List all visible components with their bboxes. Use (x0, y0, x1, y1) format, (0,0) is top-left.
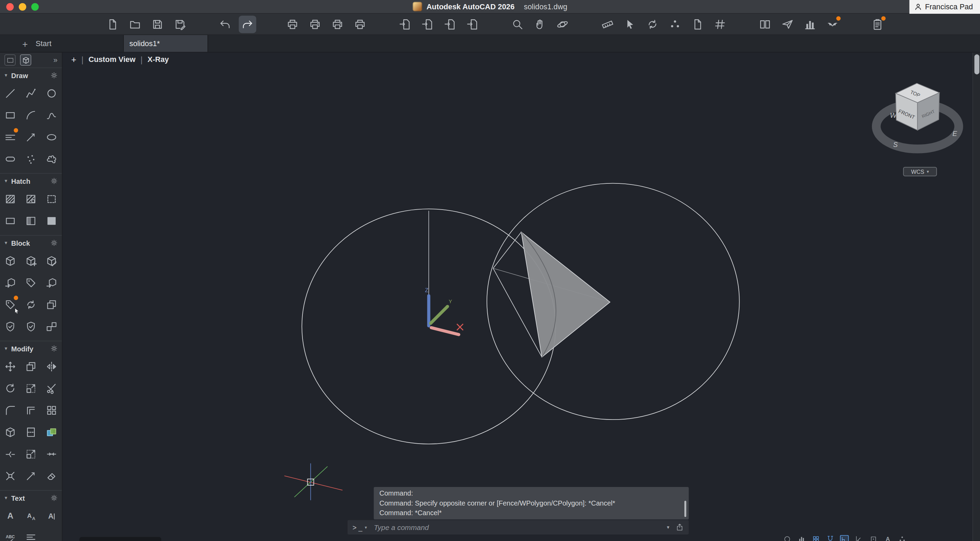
array-button[interactable] (41, 399, 62, 422)
spline-button[interactable] (41, 104, 62, 126)
zoom-button[interactable] (31, 3, 39, 10)
share-icon[interactable] (676, 523, 684, 531)
write-block-button[interactable] (41, 272, 62, 294)
tab-solidos1[interactable]: solidos1* (123, 35, 208, 52)
palette-section-header[interactable]: ▼Text (0, 490, 62, 505)
view-control-button[interactable]: Custom View (88, 55, 135, 64)
palette-section-header[interactable]: ▼Hatch (0, 173, 62, 188)
trim-button[interactable] (41, 377, 62, 399)
move-button[interactable] (0, 355, 21, 377)
tab-start[interactable]: Start (36, 35, 52, 53)
orbit-button[interactable] (554, 16, 571, 33)
paste-clipboard-button[interactable] (869, 16, 886, 33)
extrude-button[interactable] (0, 421, 21, 443)
solid-mode-button[interactable] (20, 54, 31, 66)
customize-button[interactable] (897, 535, 906, 541)
sync-attributes-button[interactable] (21, 294, 41, 316)
edit-attribute-button[interactable] (0, 294, 21, 316)
attach-reference-button[interactable] (0, 272, 21, 294)
recent-commands-caret-icon[interactable]: ▾ (667, 525, 669, 530)
zoom-button[interactable] (509, 16, 526, 33)
wcs-dropdown[interactable]: WCS ▾ (903, 167, 937, 176)
vertical-scrollbar[interactable] (972, 53, 980, 541)
replace-block-button[interactable] (41, 294, 62, 316)
audit-blocks-button[interactable] (0, 316, 21, 337)
single-line-text-button[interactable] (41, 505, 62, 527)
insert-block-button[interactable] (0, 250, 21, 272)
plot-button[interactable] (351, 16, 369, 33)
line-button[interactable] (0, 83, 21, 105)
selection-mode-button[interactable] (5, 54, 16, 66)
print-button[interactable] (284, 16, 301, 33)
rounded-rectangle-button[interactable] (0, 148, 21, 170)
count-button[interactable] (824, 16, 841, 33)
erase-button[interactable] (41, 465, 62, 487)
drawing-area[interactable]: + | Custom View | X-Ray Z (63, 53, 973, 541)
palette-section-header[interactable]: ▼Block (0, 235, 62, 250)
user-account-chip[interactable]: Francisca Pad (910, 0, 980, 14)
solid-fill-button[interactable] (41, 210, 62, 232)
viewport-menu-button[interactable]: + (71, 54, 76, 64)
polyline-button[interactable] (21, 83, 41, 105)
measure-button[interactable] (599, 16, 616, 33)
publish-button[interactable] (396, 16, 414, 33)
tab-overview-button[interactable] (5, 38, 16, 49)
break-button[interactable] (0, 443, 21, 465)
close-button[interactable] (6, 3, 14, 10)
redo-button[interactable] (239, 16, 256, 33)
object-snap-button[interactable] (869, 535, 877, 541)
ray-button[interactable] (21, 126, 41, 148)
copy-button[interactable] (21, 355, 41, 377)
select-cursor-button[interactable] (621, 16, 639, 33)
explode-button[interactable] (0, 465, 21, 487)
mirror-button[interactable] (41, 355, 62, 377)
undo-button[interactable] (216, 16, 234, 33)
section-settings-button[interactable] (49, 71, 58, 80)
new-tab-button[interactable]: + (19, 38, 30, 49)
graphics-performance-button[interactable] (797, 535, 805, 541)
options-button[interactable] (666, 16, 684, 33)
pdf-import-button[interactable] (689, 16, 706, 33)
visual-style-button[interactable]: X-Ray (148, 55, 169, 64)
section-settings-button[interactable] (49, 239, 58, 247)
rotate-button[interactable] (0, 377, 21, 399)
section-settings-button[interactable] (49, 177, 58, 185)
ellipse-button[interactable] (41, 126, 62, 148)
ortho-mode-button[interactable] (840, 535, 848, 541)
annotative-text-button[interactable] (21, 505, 41, 527)
multiple-points-button[interactable] (21, 148, 41, 170)
page-setup-button[interactable] (329, 16, 346, 33)
define-attribute-button[interactable] (21, 272, 41, 294)
section-settings-button[interactable] (49, 344, 58, 353)
stretch-button[interactable] (21, 377, 41, 399)
print-preview-button[interactable] (306, 16, 324, 33)
isolate-objects-button[interactable] (783, 535, 791, 541)
spell-check-button[interactable] (0, 527, 21, 541)
drawn-geometry[interactable] (302, 183, 739, 444)
verify-blocks-button[interactable] (21, 316, 41, 337)
circle-button[interactable] (41, 83, 62, 105)
scrollbar-thumb[interactable] (975, 54, 980, 74)
solid-edit-button[interactable] (41, 421, 62, 443)
export-dwf-button[interactable] (419, 16, 436, 33)
lengthen-button[interactable] (21, 465, 41, 487)
command-input[interactable] (373, 523, 667, 531)
palette-section-header[interactable]: ▼Draw (0, 67, 62, 83)
export-pdf-button[interactable] (441, 16, 459, 33)
share-button[interactable] (779, 16, 796, 33)
multiline-text-button[interactable] (0, 505, 21, 527)
boundary-button[interactable] (41, 188, 62, 210)
join-button[interactable] (41, 443, 62, 465)
etransmit-button[interactable] (464, 16, 481, 33)
region-button[interactable] (0, 210, 21, 232)
edit-block-button[interactable] (41, 250, 62, 272)
polar-tracking-button[interactable] (854, 535, 863, 541)
viewcube[interactable]: W S E TOP FRONT RIGHT (876, 83, 959, 149)
construction-line-button[interactable] (0, 126, 21, 148)
columns-button[interactable] (756, 16, 774, 33)
minimize-button[interactable] (19, 3, 26, 10)
model-space-canvas[interactable]: Z Y W S E TOP (63, 53, 973, 541)
refresh-button[interactable] (644, 16, 661, 33)
field-button[interactable] (711, 16, 729, 33)
create-block-button[interactable] (21, 250, 41, 272)
